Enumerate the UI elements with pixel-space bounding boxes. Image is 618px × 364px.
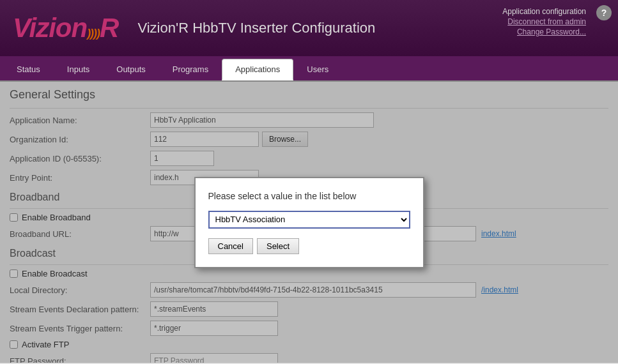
tab-outputs[interactable]: Outputs	[103, 59, 159, 80]
modal-select-button[interactable]: Select	[257, 238, 299, 254]
logo: Vizion))))R	[13, 13, 118, 43]
header-title: Vizion'R HbbTV Inserter Configuration	[137, 20, 375, 36]
logo-text: Vizion))))R	[13, 13, 118, 43]
modal-title: Please select a value in the list below	[208, 191, 410, 201]
help-icon[interactable]: ?	[596, 5, 612, 20]
tabs-bar: Status Inputs Outputs Programs Applicati…	[0, 56, 618, 82]
header-links: Application configuration Disconnect fro…	[502, 6, 586, 36]
tab-users[interactable]: Users	[293, 59, 342, 80]
tab-applications[interactable]: Applications	[222, 59, 293, 80]
modal-buttons: Cancel Select	[208, 238, 410, 254]
change-password-link[interactable]: Change Password...	[502, 27, 586, 36]
modal-cancel-button[interactable]: Cancel	[208, 238, 253, 254]
tab-status[interactable]: Status	[3, 59, 54, 80]
modal-select[interactable]: HbbTV Association DVB W3C IETF	[208, 211, 410, 229]
modal-dialog: Please select a value in the list below …	[194, 177, 424, 268]
disconnect-link[interactable]: Disconnect from admin	[502, 17, 586, 26]
app-config-label: Application configuration	[502, 7, 586, 16]
tab-programs[interactable]: Programs	[159, 59, 222, 80]
modal-overlay: Please select a value in the list below …	[0, 82, 618, 363]
header: Vizion))))R Vizion'R HbbTV Inserter Conf…	[0, 0, 618, 56]
tab-inputs[interactable]: Inputs	[54, 59, 103, 80]
